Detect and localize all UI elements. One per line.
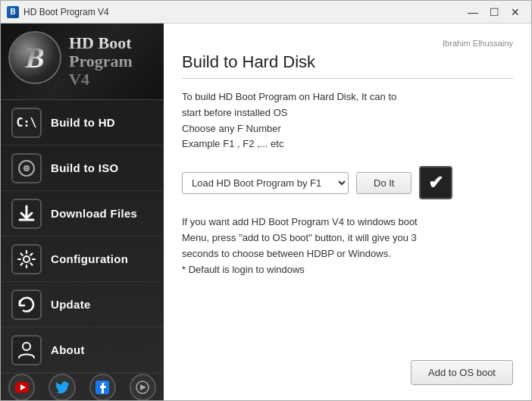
twitter-icon[interactable] (49, 374, 75, 400)
build-hd-icon: C:\ (11, 108, 42, 138)
sidebar-item-label: Build to HD (51, 116, 115, 129)
download-svg (17, 204, 36, 224)
sidebar-item-build-hd[interactable]: C:\ Build to HD (1, 100, 164, 146)
content-title: Build to Hard Disk (182, 52, 513, 79)
gear-svg (17, 249, 36, 269)
sidebar-item-download[interactable]: Download Files (1, 191, 164, 237)
youtube-icon[interactable] (8, 374, 35, 400)
svg-point-3 (23, 256, 30, 262)
download-icon (11, 199, 42, 229)
sidebar-header: B HD BootProgram V4 (1, 23, 164, 100)
sidebar: B HD BootProgram V4 C:\ Build to HD (1, 23, 164, 400)
sidebar-logo: B (8, 31, 61, 92)
sidebar-item-config[interactable]: Configuration (1, 237, 164, 282)
checkmark-icon: ✔ (428, 172, 443, 193)
svg-point-2 (26, 167, 28, 169)
author-text: Ibrahim Elhussainy (182, 39, 513, 48)
logo-letter: B (25, 41, 44, 74)
sidebar-nav: C:\ Build to HD Build to ISO (1, 100, 164, 373)
do-it-button[interactable]: Do It (356, 172, 412, 194)
content-description: To build HD Boot Program on Hard Disk, I… (182, 89, 513, 152)
window-title: HD Boot Program V4 (23, 7, 463, 17)
sidebar-footer (1, 373, 164, 400)
refresh-svg (17, 295, 36, 315)
facebook-icon[interactable] (89, 374, 116, 400)
update-icon (11, 290, 42, 320)
window-controls: — ☐ ✕ (463, 5, 525, 20)
sidebar-item-update[interactable]: Update (1, 282, 164, 327)
person-svg (17, 340, 36, 360)
app-window: B HD Boot Program V4 — ☐ ✕ B HD BootProg… (0, 0, 532, 401)
sidebar-item-label: Update (51, 298, 91, 311)
sidebar-item-label: About (51, 343, 85, 356)
sidebar-item-build-iso[interactable]: Build to ISO (1, 146, 164, 191)
content-description-2: If you want add HD Boot Program V4 to wi… (182, 215, 513, 345)
disc-svg (17, 159, 36, 177)
boot-key-dropdown[interactable]: Load HD Boot Program by F1 Load HD Boot … (182, 172, 349, 194)
sidebar-app-title: HD BootProgram V4 (69, 34, 156, 89)
about-icon (11, 335, 42, 365)
sidebar-item-about[interactable]: About (1, 327, 164, 373)
logo-circle: B (8, 31, 61, 84)
app-icon: B (7, 6, 19, 18)
checkmark-box[interactable]: ✔ (419, 166, 452, 199)
sidebar-item-label: Configuration (51, 252, 128, 265)
add-to-os-button[interactable]: Add to OS boot (411, 360, 513, 385)
sidebar-item-label: Build to ISO (51, 161, 118, 174)
content-area: Ibrahim Elhussainy Build to Hard Disk To… (164, 23, 531, 400)
maximize-button[interactable]: ☐ (484, 5, 504, 20)
action-row: Load HD Boot Program by F1 Load HD Boot … (182, 166, 513, 199)
title-bar: B HD Boot Program V4 — ☐ ✕ (1, 1, 531, 23)
config-icon (11, 244, 42, 274)
minimize-button[interactable]: — (463, 5, 483, 20)
svg-marker-9 (140, 384, 146, 390)
sidebar-item-label: Download Files (51, 207, 137, 220)
main-layout: B HD BootProgram V4 C:\ Build to HD (1, 23, 531, 400)
build-iso-icon (11, 153, 42, 183)
close-button[interactable]: ✕ (505, 5, 525, 20)
media-icon[interactable] (130, 374, 156, 400)
svg-point-4 (23, 343, 30, 350)
